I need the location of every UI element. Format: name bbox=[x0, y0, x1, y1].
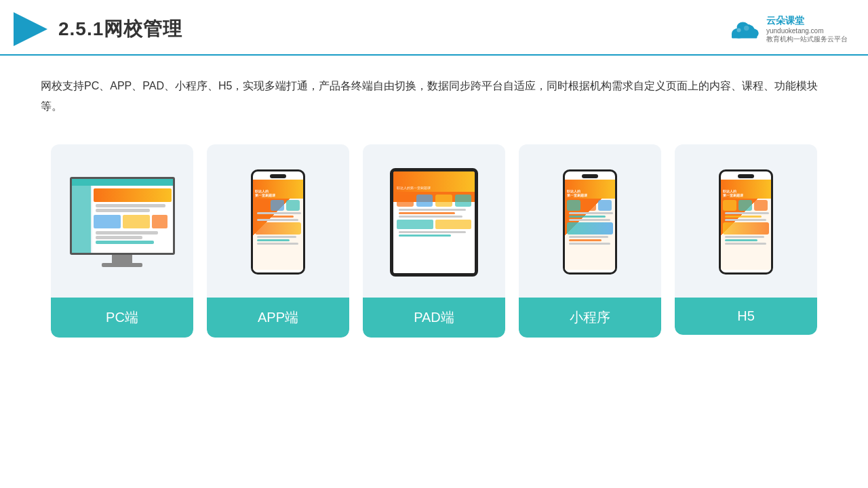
svg-marker-0 bbox=[14, 12, 47, 46]
cards-container: PC端 职达人的第一堂刷题课 bbox=[41, 144, 827, 338]
play-icon bbox=[14, 12, 47, 46]
card-h5: 职达人的第一堂刷题课 bbox=[675, 144, 817, 335]
pad-tablet-mock: 职达人的第一堂刷题课 bbox=[390, 168, 478, 277]
cloud-logo-icon bbox=[727, 19, 761, 39]
card-app-label: APP端 bbox=[207, 298, 349, 338]
svg-point-7 bbox=[744, 26, 749, 31]
card-app: 职达人的第一堂刷题课 bbox=[207, 144, 349, 338]
card-pad: 职达人的第一堂刷题课 bbox=[363, 144, 505, 338]
app-phone-mock: 职达人的第一堂刷题课 bbox=[251, 169, 305, 274]
description-text: 网校支持PC、APP、PAD、小程序、H5，实现多端打通，产品各终端自由切换，数… bbox=[41, 76, 827, 117]
svg-point-6 bbox=[737, 28, 741, 33]
card-pad-label: PAD端 bbox=[363, 298, 505, 338]
h5-phone-mock: 职达人的第一堂刷题课 bbox=[719, 169, 773, 274]
card-pc-label: PC端 bbox=[51, 298, 193, 338]
header: 2.5.1网校管理 云朵课堂 yunduoketang.com 教育机构一站式服… bbox=[0, 0, 868, 56]
miniprogram-phone-mock: 职达人的第一堂刷题课 bbox=[563, 169, 617, 274]
miniprogram-image-area: 职达人的第一堂刷题课 bbox=[530, 158, 650, 287]
svg-rect-4 bbox=[732, 33, 757, 39]
logo-area: 云朵课堂 yunduoketang.com 教育机构一站式服务云平台 bbox=[727, 15, 848, 44]
h5-image-area: 职达人的第一堂刷题课 bbox=[686, 158, 806, 287]
header-left: 2.5.1网校管理 bbox=[14, 12, 182, 46]
app-image-area: 职达人的第一堂刷题课 bbox=[218, 158, 338, 287]
logo-text: 云朵课堂 yunduoketang.com 教育机构一站式服务云平台 bbox=[766, 15, 848, 44]
card-miniprogram: 职达人的第一堂刷题课 bbox=[519, 144, 661, 338]
page-title: 2.5.1网校管理 bbox=[58, 16, 182, 42]
pc-image-area bbox=[62, 158, 182, 287]
card-h5-label: H5 bbox=[675, 298, 817, 335]
card-pc: PC端 bbox=[51, 144, 193, 338]
main-content: 网校支持PC、APP、PAD、小程序、H5，实现多端打通，产品各终端自由切换，数… bbox=[0, 56, 868, 351]
pc-screen bbox=[70, 177, 175, 255]
pad-image-area: 职达人的第一堂刷题课 bbox=[374, 158, 494, 287]
card-miniprogram-label: 小程序 bbox=[519, 298, 661, 338]
